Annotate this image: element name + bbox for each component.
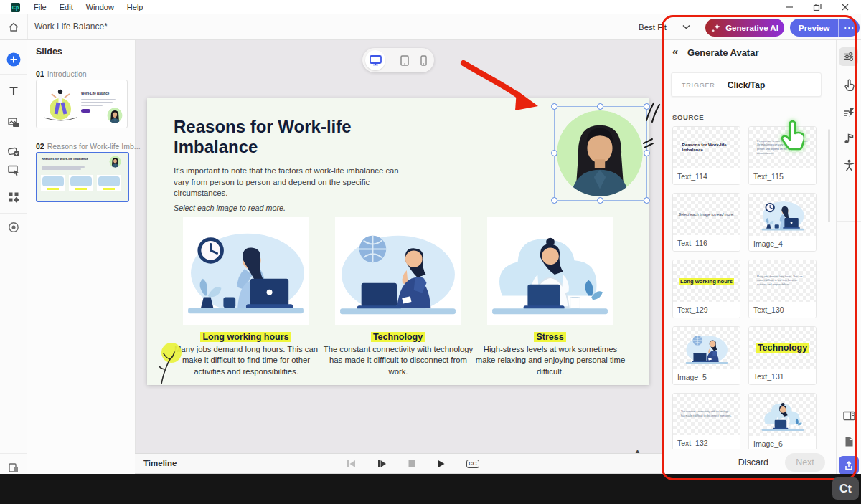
desktop-toggle-button[interactable] xyxy=(365,50,385,70)
components-button[interactable] xyxy=(6,190,21,204)
slide-1-thumbnail[interactable]: Work-Life Balance xyxy=(36,80,128,128)
notes-button[interactable] xyxy=(6,461,21,475)
generative-ai-button[interactable]: Generative AI xyxy=(705,19,784,37)
thumb1-avatar xyxy=(107,108,123,123)
slide-intro-text[interactable]: It's important to note that the factors … xyxy=(174,166,400,199)
plus-circle-icon xyxy=(6,52,21,67)
slide-2-thumbnail[interactable]: Reasons for Work-life Imbalance xyxy=(36,152,129,202)
resize-handle-sw[interactable] xyxy=(551,197,557,204)
trigger-row[interactable]: TRIGGER Click/Tap xyxy=(671,72,822,97)
next-button[interactable]: Next xyxy=(785,453,825,472)
tablet-toggle-button[interactable] xyxy=(397,48,413,72)
slide-2-number: 02 xyxy=(36,142,44,151)
resize-handle-w[interactable] xyxy=(551,150,557,156)
minimize-icon[interactable] xyxy=(785,3,794,11)
slide-export-icon xyxy=(8,164,20,176)
slide-image-stress[interactable] xyxy=(487,217,613,325)
page-button[interactable] xyxy=(842,435,855,448)
step-back-icon[interactable] xyxy=(347,460,356,468)
source-item-label: Text_132 xyxy=(673,435,740,449)
source-item-label: Text_116 xyxy=(673,235,740,251)
caption-long-working-hours[interactable]: Many jobs demand long hours. This can ma… xyxy=(169,344,323,377)
resize-handle-nw[interactable] xyxy=(551,103,557,110)
panel-scrollbar[interactable] xyxy=(828,129,830,222)
source-item-text131[interactable]: Technology Text_131 xyxy=(748,326,817,385)
source-item-image5[interactable]: Image_5 xyxy=(672,326,740,385)
restore-icon[interactable] xyxy=(813,3,822,11)
stop-icon[interactable] xyxy=(408,460,415,467)
menu-help[interactable]: Help xyxy=(121,3,150,11)
step-forward-icon[interactable] xyxy=(377,460,387,468)
blocks-icon xyxy=(8,191,19,203)
slide-2-label[interactable]: 02Reasons for Work-life Imb... xyxy=(36,142,141,151)
avatar-selection-box[interactable] xyxy=(554,106,647,201)
slide-1-name: Introduction xyxy=(47,70,87,78)
source-item-text129[interactable]: Long working hours Text_129 xyxy=(672,260,740,318)
media-tool-button[interactable] xyxy=(6,115,21,129)
add-button[interactable] xyxy=(6,52,21,67)
slide-1-label[interactable]: 01Introduction xyxy=(36,70,87,78)
preview-more-button[interactable]: ··· xyxy=(838,19,860,37)
menu-file[interactable]: File xyxy=(27,3,53,11)
desktop-icon xyxy=(370,55,382,66)
illustration-woman-clock xyxy=(183,218,309,324)
page-icon xyxy=(844,436,854,447)
playback-controls: CC xyxy=(347,454,479,473)
caption-stress[interactable]: High-stress levels at work sometimes mak… xyxy=(474,344,627,377)
source-item-label: Image_4 xyxy=(749,236,816,251)
resize-handle-se[interactable] xyxy=(644,197,650,204)
menu-edit[interactable]: Edit xyxy=(53,3,80,11)
decor-slashes xyxy=(641,100,664,152)
close-icon[interactable] xyxy=(841,3,850,11)
source-preview: Reasons for Work-life Imbalance xyxy=(682,143,731,153)
play-icon[interactable] xyxy=(437,460,445,468)
accessibility-button[interactable] xyxy=(842,158,855,171)
slide-actions-button[interactable] xyxy=(6,163,21,177)
slide-image-long-hours[interactable] xyxy=(183,217,309,325)
layout-panel-button[interactable] xyxy=(842,409,855,422)
illustration-man-globe xyxy=(676,329,738,368)
timeline-collapse-button[interactable]: ▲ xyxy=(634,447,641,455)
thumb1-button xyxy=(81,109,90,113)
slide-note-text[interactable]: Select each image to read more. xyxy=(174,204,286,212)
source-item-text130[interactable]: Many jobs demand long hours. This can ma… xyxy=(748,260,817,318)
label-stress[interactable]: Stress xyxy=(487,330,613,343)
caption-technology[interactable]: The constant connectivity with technolog… xyxy=(321,344,475,377)
animations-button[interactable] xyxy=(842,105,855,118)
thumb1-title: Work-Life Balance xyxy=(81,92,109,95)
zoom-select[interactable]: Best Fit xyxy=(639,14,690,39)
home-button[interactable] xyxy=(0,14,28,39)
record-button[interactable] xyxy=(6,220,21,234)
mobile-toggle-button[interactable] xyxy=(415,48,431,72)
bottom-black-bar xyxy=(0,474,861,504)
source-item-image6[interactable]: Image_6 xyxy=(748,393,817,449)
avatar-image[interactable] xyxy=(555,108,644,199)
resize-handle-n[interactable] xyxy=(597,103,603,110)
resize-handle-s[interactable] xyxy=(597,197,603,204)
right-icon-strip xyxy=(836,39,861,474)
source-item-text114[interactable]: Reasons for Work-life Imbalance Text_114 xyxy=(672,126,740,185)
back-icon[interactable]: « xyxy=(672,45,678,57)
slide-2-name: Reasons for Work-life Imb... xyxy=(47,142,141,151)
source-section-label: SOURCE xyxy=(672,113,704,121)
preview-button[interactable]: Preview xyxy=(790,19,838,37)
slide-title[interactable]: Reasons for Work-life Imbalance xyxy=(174,117,389,157)
audio-button[interactable] xyxy=(842,132,855,145)
properties-button[interactable] xyxy=(842,50,855,63)
share-button[interactable] xyxy=(839,456,859,475)
interactive-tool-button[interactable] xyxy=(6,144,21,158)
menu-window[interactable]: Window xyxy=(80,3,121,11)
discard-button[interactable]: Discard xyxy=(738,457,768,467)
text-icon xyxy=(8,85,19,97)
label-long-working-hours[interactable]: Long working hours xyxy=(183,330,309,343)
slide-image-technology[interactable] xyxy=(335,217,461,325)
source-item-text116[interactable]: Select each image to read more. Text_116 xyxy=(672,193,740,252)
closed-captions-button[interactable]: CC xyxy=(466,460,479,468)
label-technology[interactable]: Technology xyxy=(335,330,461,343)
text-tool-button[interactable] xyxy=(6,84,21,98)
source-item-image4[interactable]: Image_4 xyxy=(748,193,817,252)
source-item-text132[interactable]: The constant connectivity with technolog… xyxy=(672,393,740,449)
interactions-button[interactable] xyxy=(842,78,855,91)
ct-watermark-badge: Ct xyxy=(832,477,859,500)
timeline-label[interactable]: Timeline xyxy=(144,454,177,473)
